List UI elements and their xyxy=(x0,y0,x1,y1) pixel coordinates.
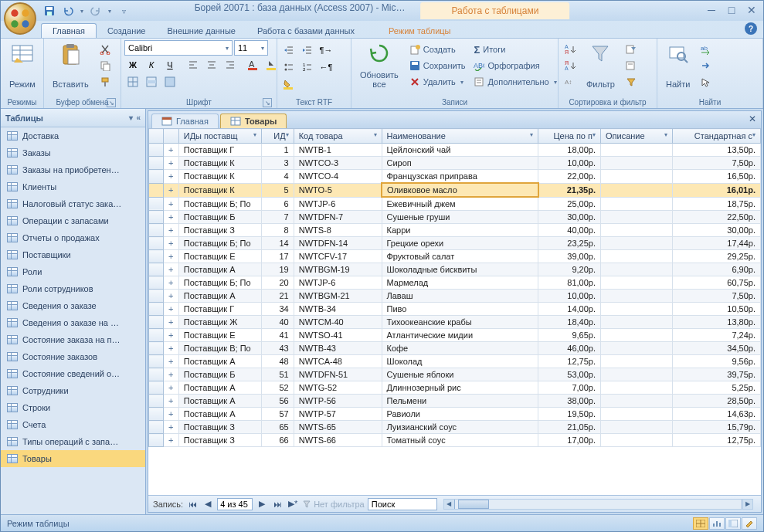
nav-table-item[interactable]: Роли xyxy=(1,263,145,280)
next-record-icon[interactable]: ▶ xyxy=(256,498,268,510)
expand-row-icon[interactable]: + xyxy=(163,170,178,184)
expand-row-icon[interactable]: + xyxy=(163,381,178,395)
bold-icon[interactable]: Ж xyxy=(124,57,141,73)
tab-external[interactable]: Внешние данные xyxy=(157,24,246,38)
doc-tab-products[interactable]: Товары xyxy=(220,114,287,128)
underline-icon[interactable]: Ч xyxy=(161,57,178,73)
cell-standard[interactable]: 22,50р. xyxy=(673,211,761,224)
nav-table-item[interactable]: Налоговый статус зака… xyxy=(1,195,145,212)
cell-id[interactable]: 21 xyxy=(262,290,294,303)
cell-price[interactable]: 81,00р. xyxy=(538,276,601,290)
cell-name[interactable]: Фруктовый салат xyxy=(382,250,538,263)
cell-price[interactable]: 18,40р. xyxy=(538,316,601,329)
nav-table-item[interactable]: Сведения о заказе на … xyxy=(1,314,145,331)
cell-price[interactable]: 39,00р. xyxy=(538,250,601,263)
cell-price[interactable]: 17,00р. xyxy=(538,434,601,447)
cell-standard[interactable]: 13,80р. xyxy=(673,316,761,329)
gridlines-alt-row-icon[interactable] xyxy=(143,74,160,90)
cell-code[interactable]: NWTG-52 xyxy=(294,381,382,395)
expand-row-icon[interactable]: + xyxy=(163,329,178,342)
expand-row-icon[interactable]: + xyxy=(163,395,178,408)
cell-standard[interactable]: 9,56р. xyxy=(673,355,761,368)
spelling-button[interactable]: ABCОрфография xyxy=(470,58,559,73)
expand-row-icon[interactable]: + xyxy=(163,342,178,355)
undo-arrow-icon[interactable]: ▾ xyxy=(78,2,86,19)
font-color-icon[interactable]: A xyxy=(245,57,262,73)
cell-standard[interactable]: 30,00р. xyxy=(673,224,761,237)
refresh-all-button[interactable]: Обновить все xyxy=(355,40,404,91)
first-record-icon[interactable]: ⏮ xyxy=(186,498,199,510)
cell-price[interactable]: 22,00р. xyxy=(538,170,601,184)
expand-row-icon[interactable]: + xyxy=(163,434,178,447)
nav-table-item[interactable]: Состояние заказов xyxy=(1,348,145,365)
table-row[interactable]: +Поставщик Г34NWTB-34Пиво14,00р.10,50р. xyxy=(149,303,761,316)
cell-name[interactable]: Ежевичный джем xyxy=(382,197,538,211)
new-record-button[interactable]: Создать xyxy=(406,42,469,57)
expand-row-icon[interactable]: + xyxy=(163,211,178,224)
cell-id[interactable]: 19 xyxy=(262,263,294,276)
pivot-chart-view-icon[interactable] xyxy=(709,517,725,530)
expand-row-icon[interactable]: + xyxy=(163,421,178,434)
row-selector[interactable] xyxy=(149,421,164,434)
close-tab-icon[interactable]: ✕ xyxy=(749,114,756,124)
cell-description[interactable] xyxy=(601,183,673,197)
table-row[interactable]: +Поставщик А52NWTG-52Длиннозерный рис7,0… xyxy=(149,381,761,395)
table-row[interactable]: +Поставщик Б; По14NWTDFN-14Грецкие орехи… xyxy=(149,237,761,250)
navigation-header[interactable]: Таблицы ▾ « xyxy=(1,109,145,127)
expand-row-icon[interactable]: + xyxy=(163,183,178,197)
table-row[interactable]: +Поставщик А19NWTBGM-19Шоколадные бискви… xyxy=(149,263,761,276)
table-row[interactable]: +Поставщик А48NWTCA-48Шоколад12,75р.9,56… xyxy=(149,355,761,368)
cell-description[interactable] xyxy=(601,157,673,170)
cell-standard[interactable]: 7,50р. xyxy=(673,157,761,170)
cut-icon[interactable] xyxy=(97,42,114,57)
nav-table-item[interactable]: Клиенты xyxy=(1,178,145,195)
cell-name[interactable]: Томатный соус xyxy=(382,434,538,447)
table-row[interactable]: +Поставщик К5NWTO-5Оливковое масло21,35р… xyxy=(149,183,761,197)
cell-name[interactable]: Сушеные яблоки xyxy=(382,368,538,381)
find-button[interactable]: Найти xyxy=(660,40,695,91)
selection-filter-icon[interactable] xyxy=(623,42,640,57)
cell-id[interactable]: 66 xyxy=(262,434,294,447)
row-selector[interactable] xyxy=(149,197,164,211)
nav-table-item[interactable]: Поставщики xyxy=(1,246,145,263)
cell-price[interactable]: 25,00р. xyxy=(538,197,601,211)
table-row[interactable]: +Поставщик Б; По6NWTJP-6Ежевичный джем25… xyxy=(149,197,761,211)
cell-description[interactable] xyxy=(601,316,673,329)
row-selector[interactable] xyxy=(149,395,164,408)
cell-price[interactable]: 19,50р. xyxy=(538,408,601,421)
cell-supplier[interactable]: Поставщик Б xyxy=(178,211,262,224)
nav-table-item[interactable]: Операции с запасами xyxy=(1,212,145,229)
help-icon[interactable]: ? xyxy=(745,22,757,35)
cell-name[interactable]: Французская приправа xyxy=(382,170,538,184)
maximize-button[interactable]: □ xyxy=(725,4,739,16)
save-record-button[interactable]: Сохранить xyxy=(406,58,469,73)
expand-row-icon[interactable]: + xyxy=(163,368,178,381)
new-record-icon[interactable]: ▶* xyxy=(287,498,299,510)
nav-table-item[interactable]: Типы операций с запа… xyxy=(1,433,145,450)
save-icon[interactable] xyxy=(41,2,58,19)
table-row[interactable]: +Поставщик Ж40NWTCM-40Тихоокеанские краб… xyxy=(149,316,761,329)
row-selector[interactable] xyxy=(149,342,164,355)
font-launcher-icon[interactable]: ↘ xyxy=(263,98,272,107)
cell-code[interactable]: NWTCO-3 xyxy=(294,157,382,170)
cell-code[interactable]: NWTDFN-7 xyxy=(294,211,382,224)
cell-standard[interactable]: 16,01р. xyxy=(673,183,761,197)
row-selector[interactable] xyxy=(149,303,164,316)
redo-icon[interactable] xyxy=(87,2,104,19)
cell-description[interactable] xyxy=(601,421,673,434)
column-header[interactable]: Наименование▾ xyxy=(382,129,538,144)
cell-supplier[interactable]: Поставщик А xyxy=(178,263,262,276)
cell-standard[interactable]: 17,44р. xyxy=(673,237,761,250)
redo-arrow-icon[interactable]: ▾ xyxy=(106,2,114,19)
tab-table-mode[interactable]: Режим таблицы xyxy=(378,24,462,38)
table-row[interactable]: +Поставщик Б51NWTDFN-51Сушеные яблоки53,… xyxy=(149,368,761,381)
cell-supplier[interactable]: Поставщик А xyxy=(178,355,262,368)
cell-description[interactable] xyxy=(601,381,673,395)
row-selector[interactable] xyxy=(149,224,164,237)
record-position-input[interactable] xyxy=(217,498,253,510)
cell-description[interactable] xyxy=(601,342,673,355)
nav-dropdown-icon[interactable]: ▾ xyxy=(129,114,133,122)
row-selector[interactable] xyxy=(149,329,164,342)
row-selector[interactable] xyxy=(149,290,164,303)
gridlines-options-icon[interactable] xyxy=(161,74,178,90)
